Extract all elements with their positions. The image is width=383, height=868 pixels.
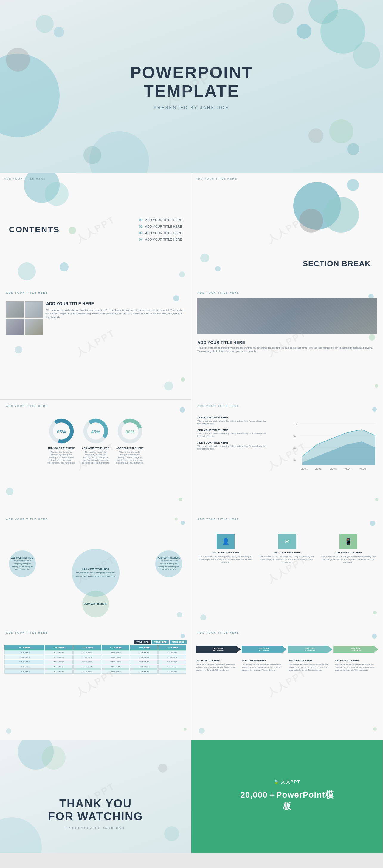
mail-icon: ✉: [285, 538, 290, 545]
circle-decor: [90, 131, 149, 173]
circle-decor: [45, 182, 69, 206]
item-title: ADD YOUR TITLE HERE: [197, 441, 269, 444]
section-label: ADD YOUR TITLE HERE: [196, 177, 237, 180]
slide-area-chart: ADD YOUR TITLE HERE ADD YOUR TITLE HERE …: [192, 400, 383, 513]
circle-decor: [370, 521, 375, 526]
svg-text:YEAR3: YEAR3: [329, 468, 337, 470]
subtitle: PRESENTED BY JANE DOE: [130, 105, 253, 110]
col-title: ADD YOUR TITLE HERE: [335, 659, 379, 662]
col-header: TITLE HERE: [134, 640, 151, 644]
process-col: ADD YOUR TITLE HERE Title, number etc. c…: [335, 659, 379, 672]
svg-text:30: 30: [293, 459, 296, 461]
main-title-line2: TEMPLATE: [130, 82, 253, 100]
item-body: Title, number etc. can be changed by cli…: [197, 445, 269, 450]
process-step: ADD YOURTITLE HERE: [196, 646, 241, 653]
svg-text:45%: 45%: [91, 429, 100, 434]
data-cell: TITLE HERE: [4, 650, 44, 654]
watermark: 人人PPT: [73, 326, 118, 360]
text-block: ADD YOUR TITLE HERE Title, number etc. c…: [46, 301, 185, 319]
main-title: POWERPOINT: [130, 63, 253, 82]
circle-decor: [158, 764, 167, 773]
donut-label: ADD YOUR TITLE HERE: [47, 447, 75, 450]
data-cell: TITLE HERE: [158, 669, 186, 674]
data-cell: TITLE HERE: [45, 660, 73, 664]
circle-decor: [353, 42, 380, 69]
person-icon: 👤: [222, 538, 230, 545]
slide-image: [197, 298, 377, 334]
svg-text:60: 60: [293, 447, 296, 449]
col-title: ADD YOUR TITLE HERE: [242, 659, 286, 662]
donuts-container: 65% ADD YOUR TITLE HERE Title, number et…: [6, 417, 185, 464]
section-label: ADD YOUR TITLE HERE: [197, 518, 239, 521]
list-item: 02 ADD YOUR TITLE HERE: [139, 225, 182, 228]
contact-title: ADD YOUR TITLE HERE: [197, 551, 254, 554]
item-title: ADD YOUR TITLE HERE: [197, 429, 269, 432]
bubble-text: ADD YOUR TITLE HERETitle, number etc. ca…: [9, 555, 36, 572]
col-header: TITLE HERE: [170, 640, 186, 644]
image-cell: [25, 301, 43, 318]
slide-body: Title, number etc. can be changed by cli…: [46, 308, 185, 319]
circle-decor: [178, 498, 182, 501]
circle-decor: [215, 266, 220, 272]
circle-decor: [181, 634, 185, 638]
data-cell: TITLE HERE: [158, 650, 186, 654]
circle-decor: [329, 119, 353, 143]
brand-title: 20,000＋PowerPoint模板: [239, 789, 335, 812]
list-item: 01 ADD YOUR TITLE HERE: [139, 218, 182, 222]
process-col: ADD YOUR TITLE HERE Title, number etc. c…: [196, 659, 239, 672]
donut-desc: Title, number etc. can be changed by cli…: [81, 451, 110, 464]
row-3: ADD YOUR TITLE HERE ADD YOUR TITLE HERE …: [0, 286, 383, 400]
data-cell: TITLE HERE: [45, 664, 73, 669]
slide-title: ADD YOUR TITLE HERE: [197, 340, 377, 345]
right-bubble: ADD YOUR TITLE HERETitle, number etc. ca…: [155, 550, 182, 577]
contents-title-block: CONTENTS: [9, 225, 60, 235]
slide-title: ADD YOUR TITLE HERE: [46, 301, 185, 306]
row-4: ADD YOUR TITLE HERE 65% ADD YOUR TITLE H…: [0, 400, 383, 513]
contact-item: 📱 ADD YOUR TITLE HERE Title, number etc.…: [320, 534, 377, 564]
text-block: ADD YOUR TITLE HERE Title, number etc. c…: [197, 340, 377, 353]
contact-body: Title, number etc. can be changed by cli…: [320, 555, 377, 564]
data-cell: TITLE HERE: [130, 664, 158, 669]
donut-desc: Title, number etc. can be changed by cli…: [47, 451, 75, 464]
data-cell: TITLE HERE: [45, 655, 73, 659]
contact-title: ADD YOUR TITLE HERE: [320, 551, 377, 554]
bubble-text: ADD YOUR TITLE HERETitle, number etc. ca…: [155, 555, 182, 572]
circle-decor: [372, 407, 377, 412]
item-num: 03: [139, 231, 142, 235]
circle-decor: [347, 179, 359, 191]
slide-brand: 🍃 人人PPT 20,000＋PowerPoint模板: [192, 740, 383, 853]
item-text: ADD YOUR TITLE HERE: [145, 218, 182, 222]
table-cell: TITLE HERE: [130, 645, 158, 650]
table-cell: TITLE HERE: [45, 645, 73, 650]
circle-decor: [297, 24, 311, 39]
circle-decor: [200, 615, 206, 620]
slide7-item: ADD YOUR TITLE HERE Title, number etc. c…: [197, 416, 269, 425]
item-text: ADD YOUR TITLE HERE: [145, 225, 182, 228]
circle-decor: [199, 728, 205, 734]
slide-bubble-infographic: ADD YOUR TITLE HERE ADD YOUR TITLE HERET…: [0, 513, 192, 626]
circle-decor: [347, 143, 359, 155]
image-grid: [6, 301, 43, 335]
brand-content: 🍃 人人PPT 20,000＋PowerPoint模板: [239, 779, 335, 813]
data-cell: TITLE HERE: [102, 660, 129, 664]
circle-decor: [180, 407, 185, 412]
contact-icon: 📱: [340, 534, 357, 549]
circle-decor: [179, 272, 185, 277]
circle-decor: [375, 498, 378, 501]
data-cell: TITLE HERE: [130, 655, 158, 659]
watermark: 人人PPT: [265, 666, 309, 700]
process-text-cols: ADD YOUR TITLE HERE Title, number etc. c…: [196, 659, 378, 672]
data-cell: TITLE HERE: [158, 655, 186, 659]
table-row: TITLE HERE TITLE HERE TITLE HERE TITLE H…: [4, 660, 186, 664]
data-cell: TITLE HERE: [73, 664, 101, 669]
section-break-title: SECTION BREAK: [303, 259, 371, 269]
phone-icon: 📱: [345, 538, 352, 545]
data-cell: TITLE HERE: [102, 655, 129, 659]
circle-decor: [6, 48, 30, 71]
data-cell: TITLE HERE: [4, 669, 44, 674]
row-5: ADD YOUR TITLE HERE ADD YOUR TITLE HERET…: [0, 513, 383, 626]
svg-text:65%: 65%: [57, 429, 66, 434]
data-cell: TITLE HERE: [130, 660, 158, 664]
table-header: TITLE HERE TITLE HERE TITLE HERE: [4, 640, 186, 644]
circle-decor: [15, 346, 22, 353]
